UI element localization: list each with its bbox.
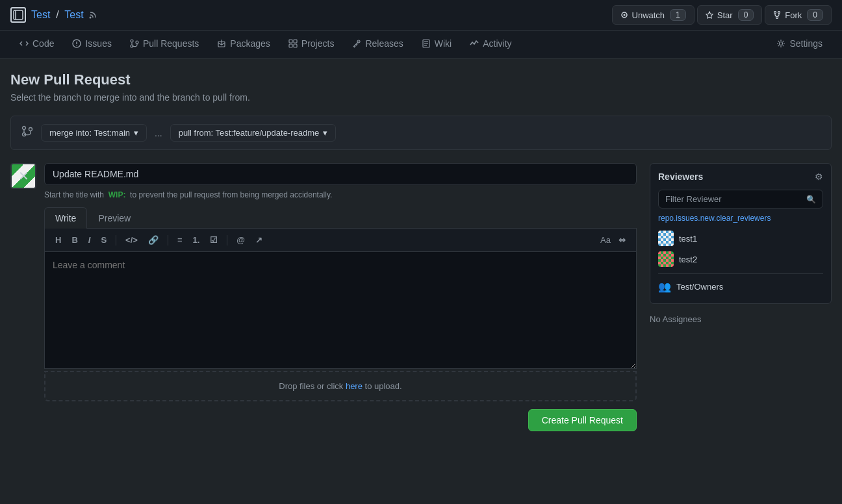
rss-icon xyxy=(89,10,98,21)
header-actions: Unwatch 1 Star 0 Fork 0 xyxy=(612,5,832,25)
reviewer-name-2: test2 xyxy=(679,255,697,264)
reviewer-name-1: test1 xyxy=(679,234,697,244)
pr-title-input[interactable] xyxy=(44,163,637,185)
branch-ellipsis: ... xyxy=(155,128,162,138)
nav-code-label: Code xyxy=(32,38,54,49)
sidebar-reviewers-header: Reviewers ⚙ xyxy=(658,171,823,182)
toolbar-link[interactable]: 🔗 xyxy=(144,233,162,247)
toolbar-code[interactable]: </> xyxy=(121,233,142,247)
merge-into-label: merge into: Test:main xyxy=(49,128,130,138)
nav-settings[interactable]: Settings xyxy=(767,31,832,58)
tab-write[interactable]: Write xyxy=(44,207,87,229)
unwatch-label: Unwatch xyxy=(632,10,665,20)
svg-point-2 xyxy=(89,16,91,18)
svg-rect-0 xyxy=(14,10,23,19)
avatar: ✕ xyxy=(10,163,36,189)
header: Test / Test Unwatch 1 Star 0 Fork 0 xyxy=(0,0,842,31)
nav-issues[interactable]: Issues xyxy=(63,31,120,58)
fork-button[interactable]: Fork 0 xyxy=(765,5,832,25)
reviewers-title: Reviewers xyxy=(658,171,703,182)
comment-textarea[interactable] xyxy=(44,252,637,369)
toolbar-right: Aa ⇔ xyxy=(600,233,630,247)
toolbar-strikethrough[interactable]: S xyxy=(97,233,110,247)
nav-wiki[interactable]: Wiki xyxy=(413,31,461,58)
pull-from-button[interactable]: pull from: Test:feature/update-readme ▾ xyxy=(170,124,337,142)
toolbar-expand[interactable]: ⇔ xyxy=(615,233,630,247)
reviewers-divider xyxy=(658,273,823,274)
team-item: 👥 Test/Owners xyxy=(658,278,823,296)
nav-releases-label: Releases xyxy=(365,38,403,49)
branch-switch-icon xyxy=(21,125,33,140)
form-section: ✕ Start the title with WIP: to prevent t… xyxy=(10,163,637,431)
svg-point-7 xyxy=(778,12,780,14)
toolbar-aa: Aa xyxy=(600,235,611,245)
nav-releases[interactable]: Releases xyxy=(343,31,412,58)
svg-point-12 xyxy=(131,40,133,42)
svg-marker-5 xyxy=(706,12,713,18)
header-left: Test / Test xyxy=(10,7,98,23)
reviewers-gear-icon[interactable]: ⚙ xyxy=(815,171,823,182)
toolbar-heading[interactable]: H xyxy=(51,233,65,247)
fork-count: 0 xyxy=(807,9,823,21)
merge-into-button[interactable]: merge into: Test:main ▾ xyxy=(41,124,147,142)
page-title: New Pull Request xyxy=(10,71,832,88)
create-pr-button[interactable]: Create Pull Request xyxy=(528,409,637,431)
svg-point-6 xyxy=(774,12,776,14)
drop-zone[interactable]: Drop files or click here to upload. xyxy=(44,371,637,401)
star-label: Star xyxy=(717,10,733,20)
svg-point-29 xyxy=(29,128,32,131)
unwatch-button[interactable]: Unwatch 1 xyxy=(612,5,695,25)
reviewer-avatar-1 xyxy=(658,231,674,246)
toolbar-unordered-list[interactable]: ≡ xyxy=(173,233,186,247)
nav-packages-label: Packages xyxy=(230,38,270,49)
toolbar-task-list[interactable]: ☑ xyxy=(206,233,222,247)
toolbar-ref[interactable]: ↗ xyxy=(251,233,266,247)
strikethrough-icon: S xyxy=(101,235,107,245)
toolbar-bold[interactable]: B xyxy=(68,233,81,247)
repo-owner-link[interactable]: Test xyxy=(31,9,50,20)
filter-search-icon: 🔍 xyxy=(806,195,816,204)
svg-rect-18 xyxy=(294,40,297,43)
svg-point-4 xyxy=(623,14,625,16)
nav-projects[interactable]: Projects xyxy=(279,31,344,58)
toolbar-sep-1 xyxy=(116,235,116,246)
toolbar-sep-3 xyxy=(227,235,227,246)
repo-name-link[interactable]: Test xyxy=(64,9,83,20)
clear-reviewers-link[interactable]: repo.issues.new.clear_reviewers xyxy=(658,214,823,223)
nav-activity-label: Activity xyxy=(483,38,511,49)
merge-dropdown-icon: ▾ xyxy=(134,128,138,138)
drop-link[interactable]: here xyxy=(346,381,363,391)
nav-pullrequests-label: Pull Requests xyxy=(143,38,199,49)
svg-point-26 xyxy=(780,42,783,45)
editor-tabs: Write Preview xyxy=(44,207,637,229)
wip-hint: Start the title with WIP: to prevent the… xyxy=(44,190,637,199)
no-assignees: No Assignees xyxy=(650,312,832,327)
svg-rect-17 xyxy=(289,40,292,43)
repo-icon xyxy=(10,7,26,23)
nav-code[interactable]: Code xyxy=(10,31,63,58)
drop-text: Drop files or click xyxy=(279,381,343,391)
toolbar-ordered-list[interactable]: 1. xyxy=(188,233,203,247)
nav-issues-label: Issues xyxy=(85,38,111,49)
filter-reviewer-input[interactable] xyxy=(665,194,806,204)
nav-settings-label: Settings xyxy=(789,38,823,49)
nav-packages[interactable]: Packages xyxy=(208,31,279,58)
nav-right: Settings xyxy=(767,31,832,58)
drop-suffix: to upload. xyxy=(365,381,402,391)
toolbar-mention[interactable]: @ xyxy=(233,233,249,247)
form-body: Start the title with WIP: to prevent the… xyxy=(44,163,637,431)
page-subtitle: Select the branch to merge into and the … xyxy=(10,92,832,103)
page-content: New Pull Request Select the branch to me… xyxy=(0,58,842,444)
nav-pullrequests[interactable]: Pull Requests xyxy=(121,31,208,58)
toolbar-left: H B I S </> 🔗 ≡ 1. ☑ @ ↗ xyxy=(51,233,266,247)
nav-activity[interactable]: Activity xyxy=(461,31,520,58)
main-content: ✕ Start the title with WIP: to prevent t… xyxy=(10,163,832,431)
tab-preview[interactable]: Preview xyxy=(87,207,142,229)
unwatch-count: 1 xyxy=(670,9,686,21)
star-button[interactable]: Star 0 xyxy=(697,5,763,25)
wip-keyword: WIP: xyxy=(108,190,126,199)
star-count: 0 xyxy=(738,9,754,21)
toolbar-italic[interactable]: I xyxy=(84,233,95,247)
wip-hint-suffix: to prevent the pull request from being m… xyxy=(130,190,332,199)
svg-point-8 xyxy=(776,17,778,19)
